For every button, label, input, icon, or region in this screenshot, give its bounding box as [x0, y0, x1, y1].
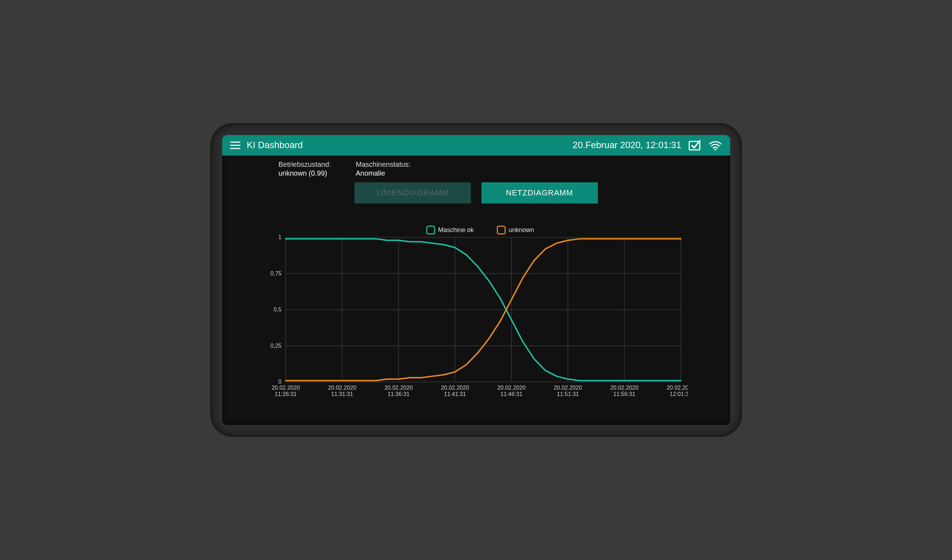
chart-grid [286, 238, 681, 382]
y-tick-label: 0,25 [270, 342, 281, 349]
y-tick-label: 0,5 [274, 307, 281, 312]
x-tick-label: 20.02.202011:36:31 [384, 385, 412, 397]
maschinenstatus-block: Maschinenstatus: Anomalie [355, 160, 411, 177]
wifi-icon [708, 140, 722, 151]
svg-rect-19 [497, 226, 505, 234]
x-tick-label: 20.02.202011:26:31 [271, 385, 300, 397]
page-title: KI Dashboard [247, 140, 303, 151]
line-chart: 00,250,50,75120.02.202011:26:3120.02.202… [264, 216, 688, 415]
betriebszustand-label: Betriebszustand: [279, 160, 331, 168]
y-tick-label: 0,75 [270, 270, 281, 276]
menu-icon[interactable] [230, 141, 241, 150]
x-tick-label: 20.02.202011:51:31 [553, 385, 582, 397]
legend-label-1: Maschine ok [438, 227, 474, 233]
check-icon[interactable] [688, 139, 702, 151]
legend-label-2: unknown [508, 227, 534, 233]
x-tick-label: 20.02.202012:01:31 [666, 385, 688, 397]
content-area: Betriebszustand: unknown (0.99) Maschine… [222, 156, 730, 425]
x-tick-label: 20.02.202011:46:31 [497, 385, 525, 397]
svg-point-4 [714, 148, 716, 150]
screen: KI Dashboard 20.Februar 2020, 12:01:31 B… [222, 135, 730, 425]
x-tick-label: 20.02.202011:41:31 [440, 385, 469, 397]
tab-liniendiagramm[interactable]: LINIENDIAGRAMM [354, 182, 471, 204]
betriebszustand-value: unknown (0.99) [279, 169, 331, 177]
y-tick-label: 1 [278, 234, 281, 240]
svg-rect-18 [427, 226, 434, 234]
header-datetime: 20.Februar 2020, 12:01:31 [573, 140, 682, 151]
maschinenstatus-label: Maschinenstatus: [355, 160, 411, 168]
y-tick-label: 0 [278, 379, 281, 385]
status-row: Betriebszustand: unknown (0.99) Maschine… [264, 160, 688, 177]
x-tick-label: 20.02.202011:31:31 [328, 385, 356, 397]
betriebszustand-block: Betriebszustand: unknown (0.99) [279, 160, 331, 177]
x-tick-label: 20.02.202011:56:31 [610, 385, 638, 397]
tab-netzdiagramm[interactable]: NETZDIAGRAMM [481, 182, 598, 204]
tab-bar: LINIENDIAGRAMM NETZDIAGRAMM [264, 182, 688, 204]
chart-legend: Maschine okunknown [427, 226, 534, 234]
maschinenstatus-value: Anomalie [355, 169, 411, 177]
top-bar: KI Dashboard 20.Februar 2020, 12:01:31 [222, 135, 730, 156]
device-frame: KI Dashboard 20.Februar 2020, 12:01:31 B… [212, 125, 741, 436]
